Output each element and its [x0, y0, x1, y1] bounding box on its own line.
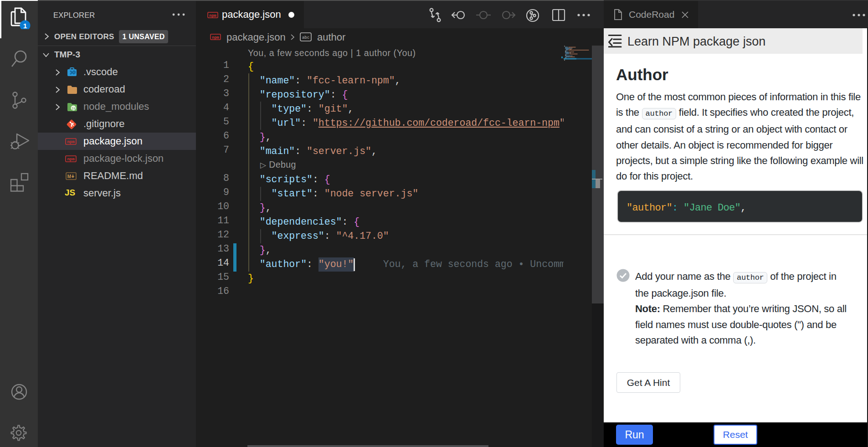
svg-text:npm: npm — [209, 14, 216, 18]
svg-text:1: 1 — [23, 22, 27, 29]
svg-text:npm: npm — [212, 36, 219, 40]
svg-text:npm: npm — [67, 140, 75, 144]
svg-text:npm: npm — [67, 157, 75, 162]
svg-text:M: M — [67, 174, 71, 179]
svg-text:js: js — [72, 107, 75, 110]
